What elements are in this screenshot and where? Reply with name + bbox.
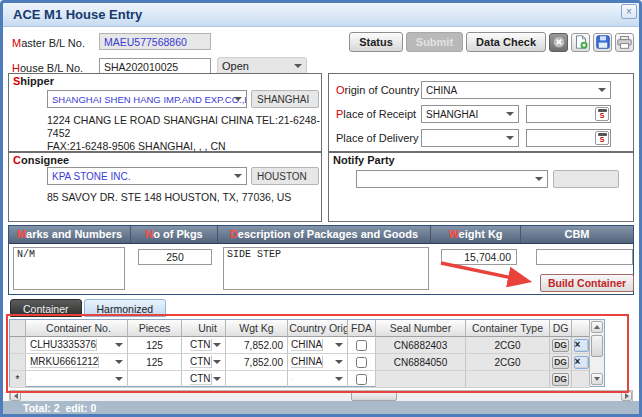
container-type-cell[interactable]: 2CG0: [466, 354, 550, 371]
unit-cell[interactable]: CTN: [182, 371, 226, 388]
build-container-button[interactable]: Build Container: [540, 274, 634, 292]
h-scrollbar-thumb[interactable]: [351, 391, 397, 401]
cancel-button[interactable]: [549, 33, 568, 52]
country-cell[interactable]: [288, 371, 348, 388]
weight-cell[interactable]: 7,852.00: [226, 337, 288, 354]
container-no-cell[interactable]: CLHU3335376: [26, 337, 128, 354]
weight-input[interactable]: [441, 249, 517, 265]
weight-cell[interactable]: 7,852.00: [226, 354, 288, 371]
description-textarea[interactable]: SIDE STEP: [223, 247, 429, 290]
country-cell[interactable]: CHINA: [288, 337, 348, 354]
place-of-delivery-select[interactable]: [421, 129, 519, 147]
chevron-down-icon: [115, 343, 123, 347]
shipper-section: Shipper SHANGHAI SHEN HANG IMP.AND EXP.C…: [8, 73, 322, 152]
fda-cell: [348, 337, 376, 354]
window-title: ACE M1 House Entry: [13, 7, 142, 22]
consignee-location-field[interactable]: HOUSTON: [251, 167, 319, 185]
pkgs-input[interactable]: [138, 249, 212, 265]
chevron-down-icon: [535, 177, 543, 181]
cargo-grid-body: N/M SIDE STEP Build Container: [9, 244, 633, 294]
scroll-up-button[interactable]: [591, 321, 603, 333]
place-of-receipt-select[interactable]: SHANGHAI: [421, 105, 519, 123]
shipper-select[interactable]: SHANGHAI SHEN HANG IMP.AND EXP.CO.,LTD: [47, 90, 247, 108]
container-type-cell[interactable]: 2CG0: [466, 337, 550, 354]
country-value: CHINA: [291, 356, 323, 368]
country-cell[interactable]: CHINA: [288, 354, 348, 371]
col-cbm: CBM: [521, 226, 633, 243]
receipt-code-field: S: [526, 105, 611, 123]
chevron-down-icon: [294, 64, 302, 68]
fda-checkbox[interactable]: [356, 357, 367, 368]
schedule-lookup-button[interactable]: S: [595, 131, 609, 145]
origin-of-country-label: Origin of Country: [336, 84, 419, 96]
delete-row-button[interactable]: ×: [574, 339, 589, 352]
seal-number-cell[interactable]: [376, 371, 466, 388]
seal-number-cell[interactable]: CN6882403: [376, 337, 466, 354]
unit-cell[interactable]: CTN: [182, 337, 226, 354]
chevron-down-icon: [115, 360, 123, 364]
col-dg: DG: [550, 320, 572, 337]
vertical-scrollbar[interactable]: [589, 320, 604, 386]
country-value: [291, 379, 292, 380]
fda-checkbox[interactable]: [356, 340, 367, 351]
table-row: CLHU3335376 125 CTN 7,852.00 CHINA CN688…: [10, 337, 604, 354]
scroll-left-button[interactable]: [10, 391, 21, 401]
marks-textarea[interactable]: N/M: [13, 247, 125, 290]
delivery-code-input[interactable]: [527, 131, 595, 145]
container-no-cell[interactable]: MRKU6661212: [26, 354, 128, 371]
container-type-cell[interactable]: [466, 371, 550, 388]
col-description: Description of Packages and Goods: [218, 226, 431, 243]
save-button[interactable]: [593, 33, 612, 52]
close-icon: ×: [626, 6, 632, 17]
shipper-label: Shipper: [13, 75, 54, 87]
status-button[interactable]: Status: [349, 32, 403, 52]
tab-harmonized[interactable]: Harmonized: [84, 299, 167, 317]
consignee-section: Consignee KPA STONE INC. HOUSTON 85 SAVO…: [8, 152, 322, 222]
container-no-cell[interactable]: [26, 371, 128, 388]
data-check-button[interactable]: Data Check: [466, 32, 546, 52]
new-document-icon: [574, 35, 588, 49]
scroll-down-button[interactable]: [591, 373, 603, 385]
notify-location-field[interactable]: [553, 170, 619, 188]
tab-container[interactable]: Container: [10, 299, 82, 317]
v-scrollbar-thumb[interactable]: [591, 335, 603, 357]
scroll-right-button[interactable]: [621, 391, 632, 401]
row-selector[interactable]: [10, 354, 26, 371]
consignee-select[interactable]: KPA STONE INC.: [47, 167, 247, 185]
dg-button[interactable]: DG: [552, 373, 569, 386]
consignee-name: KPA STONE INC.: [52, 171, 131, 182]
pieces-cell[interactable]: 125: [128, 354, 182, 371]
chevron-down-icon: [598, 88, 606, 92]
seal-number-cell[interactable]: CN6884050: [376, 354, 466, 371]
col-seal-number: Seal Number: [376, 320, 466, 337]
master-bl-field[interactable]: [99, 33, 211, 50]
titlebar: ACE M1 House Entry: [3, 3, 639, 27]
origin-country-select[interactable]: CHINA: [421, 81, 611, 99]
submit-button[interactable]: Submit: [406, 32, 463, 52]
cbm-input[interactable]: [536, 249, 633, 265]
close-button[interactable]: ×: [621, 4, 637, 19]
new-document-button[interactable]: [571, 33, 590, 52]
dg-button[interactable]: DG: [552, 356, 569, 369]
delete-row-button[interactable]: ×: [574, 356, 589, 369]
notify-party-select[interactable]: [356, 170, 548, 188]
print-button[interactable]: [615, 33, 634, 52]
dg-button[interactable]: DG: [552, 339, 569, 352]
schedule-lookup-button[interactable]: S: [595, 107, 609, 121]
pieces-cell[interactable]: 125: [128, 337, 182, 354]
col-container-type: Container Type: [466, 320, 550, 337]
row-selector[interactable]: [10, 337, 26, 354]
new-row-selector[interactable]: *: [10, 371, 26, 388]
cancel-icon: [552, 35, 566, 49]
receipt-code-input[interactable]: [527, 107, 595, 121]
delete-cell: [572, 371, 590, 388]
notify-party-label: Notify Party: [333, 154, 395, 166]
h-scrollbar-track[interactable]: [21, 391, 621, 401]
col-fda: FDA: [348, 320, 376, 337]
table-row-new: * CTN DG: [10, 371, 604, 388]
shipper-location-field[interactable]: SHANGHAI: [251, 90, 319, 108]
weight-cell[interactable]: [226, 371, 288, 388]
pieces-cell[interactable]: [128, 371, 182, 388]
unit-cell[interactable]: CTN: [182, 354, 226, 371]
fda-checkbox[interactable]: [356, 374, 367, 385]
